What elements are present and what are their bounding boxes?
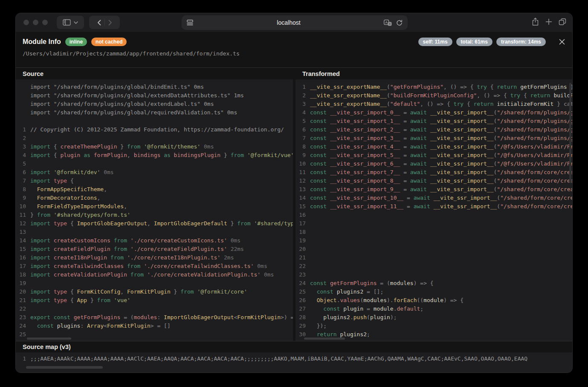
code-line: 16: [295, 211, 572, 219]
code-line: 18import createValidationPlugin from './…: [16, 271, 293, 279]
code-line: 16import createI18nPlugin from './core/c…: [16, 253, 293, 262]
code-line: 23: [295, 271, 572, 279]
code-line: 11} from '#shared/types/form.ts': [16, 211, 293, 219]
sourcemap-title: Source map (v3): [23, 343, 71, 350]
code-line: 7const __vite_ssr_import_3__ = await __v…: [295, 134, 572, 143]
code-line: 11const __vite_ssr_import_7__ = await __…: [295, 168, 572, 177]
url-text: localhost: [194, 19, 384, 26]
source-horizontal-scrollbar[interactable]: [27, 338, 71, 340]
source-code-panel[interactable]: import "/shared/form/plugins/global/bind…: [16, 79, 293, 341]
code-line: 20import type { FormKitConfig, FormKitPl…: [16, 288, 293, 296]
code-line: 17import createTailwindClasses from './c…: [16, 262, 293, 271]
code-line: import "/shared/form/plugins/global/requ…: [16, 108, 293, 117]
code-line: 12const __vite_ssr_import_8__ = await __…: [295, 177, 572, 185]
code-line: 18: [295, 228, 572, 236]
forward-button[interactable]: [108, 20, 112, 26]
share-icon[interactable]: [532, 17, 539, 26]
transformed-vertical-scrollbar[interactable]: [569, 83, 571, 183]
code-line: 5const __vite_ssr_import_1__ = await __v…: [295, 117, 572, 125]
toolbar-right-buttons: [532, 17, 566, 26]
sourcemap-panel[interactable]: 1;;;AAEA;AAAkC;AAAA;AAAA;AAAA;AAClC;AAEA…: [16, 352, 572, 372]
not-cached-badge: not cached: [91, 38, 127, 46]
close-window-button[interactable]: [23, 20, 29, 25]
code-line: import "/shared/form/plugins/global/bind…: [16, 83, 293, 91]
code-line: 22: [295, 262, 572, 271]
reload-icon[interactable]: [396, 20, 403, 26]
code-line: 19: [295, 236, 572, 245]
code-line: 2: [16, 134, 293, 143]
window-controls: [23, 20, 48, 25]
code-line: 27 const plugin = module.default;: [295, 305, 572, 313]
code-line: 22: [16, 305, 293, 313]
code-line: 4import { plugin as formPlugin, bindings…: [16, 151, 293, 160]
code-line: 8const __vite_ssr_import_4__ = await __v…: [295, 143, 572, 151]
timing-badges: self: 11ms total: 61ms transform: 14ms: [418, 38, 546, 46]
sourcemap-horizontal-scrollbar[interactable]: [26, 366, 103, 369]
code-line: 21import type { App } from 'vue': [16, 296, 293, 305]
code-line: 19: [16, 279, 293, 288]
translate-icon[interactable]: A x: [384, 20, 392, 26]
back-button[interactable]: [97, 20, 101, 26]
source-code: import "/shared/form/plugins/global/bind…: [16, 83, 293, 339]
nav-buttons: [89, 16, 120, 29]
page-title: Module Info: [23, 38, 61, 46]
code-line: 1__vite_ssr_exportName__("getFormPlugins…: [295, 83, 572, 91]
transformed-code-panel[interactable]: 1__vite_ssr_exportName__("getFormPlugins…: [295, 79, 572, 341]
transform-time-badge: transform: 14ms: [496, 38, 546, 46]
code-line: 13: [16, 228, 293, 236]
sourcemap-code: 1;;;AAEA;AAAkC;AAAA;AAAA;AAAA;AAClC;AAEA…: [16, 353, 572, 364]
inline-badge: inline: [65, 38, 87, 46]
self-time-badge: self: 11ms: [418, 38, 452, 46]
code-line: 1// Copyright (C) 2012-2025 Zammad Found…: [16, 125, 293, 134]
code-line: import "/shared/form/plugins/global/exte…: [16, 100, 293, 108]
code-line: 9 FormDecoratorIcons,: [16, 194, 293, 202]
svg-text:A: A: [385, 20, 388, 24]
code-line: 24 const plugins: Array<FormKitPlugin> =…: [16, 322, 293, 330]
nav-divider: [104, 19, 105, 26]
code-panels: import "/shared/form/plugins/global/bind…: [16, 79, 572, 341]
code-line: 4const __vite_ssr_import_0__ = await __v…: [295, 108, 572, 117]
transformed-panel-title: Transformed: [302, 70, 340, 77]
code-line: 29 });: [295, 322, 572, 330]
total-time-badge: total: 61ms: [456, 38, 492, 46]
code-line: 15import createFieldPlugin from './core/…: [16, 245, 293, 253]
code-line: 12import type { ImportGlobEagerOutput, I…: [16, 219, 293, 228]
code-line: 14import createCustomIcons from './core/…: [16, 236, 293, 245]
code-line: 20: [295, 245, 572, 253]
code-line: 15const __vite_ssr_import_11__ = await _…: [295, 202, 572, 211]
address-bar[interactable]: localhost A x: [182, 15, 408, 30]
transformed-code: 1__vite_ssr_exportName__("getFormPlugins…: [295, 83, 572, 339]
code-line: import "/shared/form/plugins/global/exte…: [16, 91, 293, 100]
minimize-window-button[interactable]: [33, 20, 38, 25]
code-line: 6import '@formkit/dev' 0ms: [16, 168, 293, 177]
module-file-path: /Users/vladimir/Projects/zammad/app/fron…: [23, 50, 565, 57]
browser-window: localhost A x: [15, 13, 573, 373]
sidebar-toggle-button[interactable]: [57, 16, 84, 29]
browser-toolbar: localhost A x: [16, 13, 572, 32]
code-line: 10const __vite_ssr_import_6__ = await __…: [295, 160, 572, 168]
code-line: 8 FormAppSpecificTheme,: [16, 185, 293, 194]
transformed-horizontal-scrollbar[interactable]: [304, 338, 345, 340]
code-line: 3import { createThemePlugin } from '@for…: [16, 143, 293, 151]
svg-text:x: x: [389, 22, 391, 26]
code-line: 24const getFormPlugins = (modules) => {: [295, 279, 572, 288]
code-line: 6const __vite_ssr_import_2__ = await __v…: [295, 125, 572, 134]
code-line: 10 FormFieldTypeImportModules,: [16, 202, 293, 211]
panel-headers: Source Transformed: [16, 67, 572, 79]
sourcemap-header: Source map (v3): [16, 341, 572, 352]
code-line: 7import type {: [16, 177, 293, 185]
module-info-header: Module Info inline not cached self: 11ms…: [16, 32, 572, 67]
sidebar-icon: [63, 19, 71, 26]
zoom-window-button[interactable]: [42, 20, 48, 25]
code-line: 9const __vite_ssr_import_5__ = await __v…: [295, 151, 572, 160]
tab-overview-icon[interactable]: [559, 18, 566, 25]
code-line: 26 Object.values(modules).forEach((modul…: [295, 296, 572, 305]
page-format-icon[interactable]: [187, 20, 194, 26]
source-panel-title: Source: [23, 70, 43, 77]
close-button[interactable]: [559, 38, 565, 45]
code-line: 28 plugins2.push(plugin);: [295, 313, 572, 322]
code-line: 1;;;AAEA;AAAkC;AAAA;AAAA;AAAA;AAClC;AAEA…: [16, 353, 572, 364]
code-line: 3__vite_ssr_exportName__("default", () =…: [295, 100, 572, 108]
code-line: 5: [16, 160, 293, 168]
new-tab-icon[interactable]: [545, 18, 552, 25]
